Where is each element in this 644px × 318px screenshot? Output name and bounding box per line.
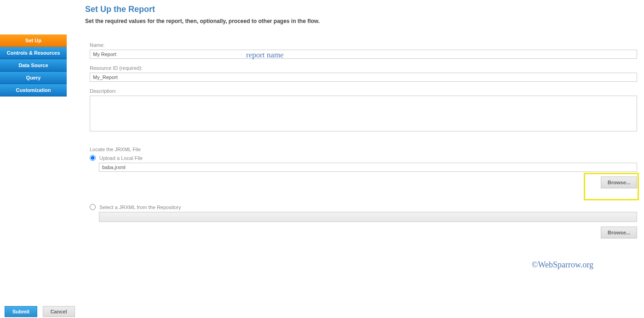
upload-local-path-input[interactable] — [99, 163, 637, 172]
resource-id-label: Resource ID (required): — [90, 65, 637, 71]
watermark: ©WebSparrow.org — [532, 260, 593, 270]
locate-jrxml-label: Locate the JRXML File — [90, 147, 637, 152]
upload-local-label: Upload a Local File — [99, 155, 143, 161]
browse-repo-button[interactable]: Browse... — [601, 227, 637, 238]
wizard-sidebar: Set Up Controls & Resources Data Source … — [0, 34, 67, 97]
upload-local-radio[interactable] — [90, 155, 96, 161]
name-input[interactable] — [90, 50, 637, 59]
browse-local-button[interactable]: Browse... — [601, 176, 637, 188]
sidebar-item-controls[interactable]: Controls & Resources — [0, 47, 67, 59]
select-repo-label: Select a JRXML from the Repository — [99, 204, 181, 210]
sidebar-item-setup[interactable]: Set Up — [0, 34, 67, 47]
sidebar-item-customization[interactable]: Customization — [0, 84, 67, 97]
sidebar-item-query[interactable]: Query — [0, 72, 67, 84]
repo-path-input[interactable] — [99, 212, 637, 222]
main-form: Name: report name Resource ID (required)… — [90, 42, 637, 238]
submit-button[interactable]: Submit — [5, 306, 37, 317]
select-repo-radio[interactable] — [90, 204, 96, 210]
description-label: Description: — [90, 88, 637, 94]
cancel-button[interactable]: Cancel — [43, 306, 75, 317]
page-title: Set Up the Report — [85, 5, 644, 14]
footer-actions: Submit Cancel — [5, 306, 75, 317]
name-label: Name: — [90, 42, 637, 48]
page-subtitle: Set the required values for the report, … — [85, 18, 644, 24]
resource-id-input[interactable] — [90, 73, 637, 82]
sidebar-item-datasource[interactable]: Data Source — [0, 59, 67, 72]
description-textarea[interactable] — [90, 96, 637, 131]
